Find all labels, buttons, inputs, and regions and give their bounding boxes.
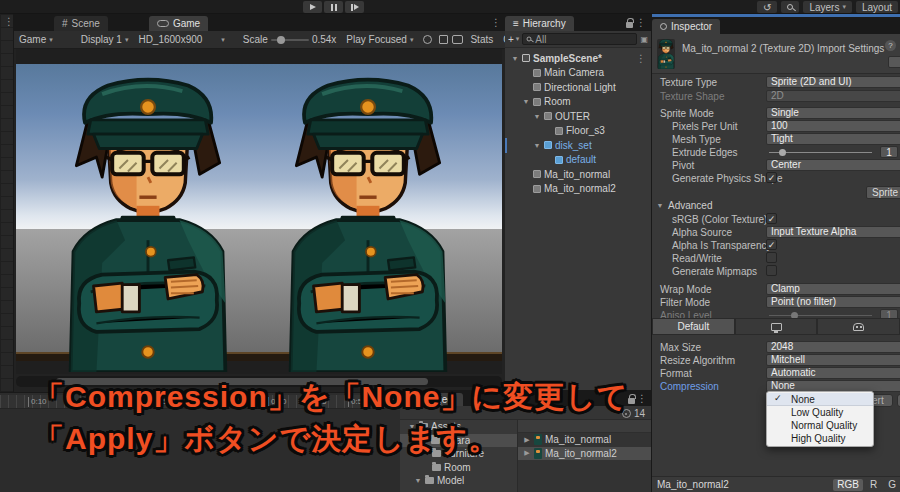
pivot-dropdown[interactable]: Center xyxy=(766,159,900,171)
panel-menu-icon[interactable]: ⋮ xyxy=(4,16,14,27)
field-label: Read/Write xyxy=(672,253,722,264)
lock-icon[interactable] xyxy=(626,22,633,28)
hierarchy-search-input[interactable]: All xyxy=(522,33,637,45)
stats-button[interactable]: Stats xyxy=(465,34,498,45)
global-search-button[interactable] xyxy=(781,1,799,13)
channel-g-button[interactable]: G xyxy=(884,479,900,491)
tab-hierarchy[interactable]: ≡Hierarchy xyxy=(505,16,574,31)
tab-game[interactable]: Game xyxy=(149,16,208,31)
hierarchy-row-light[interactable]: Directional Light xyxy=(505,80,651,95)
hierarchy-row-room[interactable]: ▼Room xyxy=(505,95,651,110)
help-icon[interactable]: ? xyxy=(885,40,896,51)
android-icon xyxy=(853,323,864,331)
field-label: Generate Mipmaps xyxy=(672,266,757,277)
game-view-toolbar: Game▾ Display 1▾ HD_1600x900▾ Scale0.54x… xyxy=(14,31,505,49)
display-dropdown[interactable]: Display 1▾ xyxy=(76,34,134,45)
scale-slider[interactable] xyxy=(271,39,309,41)
srgb-checkbox[interactable]: ✓ xyxy=(766,213,777,224)
platform-tab-android[interactable] xyxy=(817,318,900,335)
hierarchy-row-default[interactable]: default xyxy=(505,153,651,168)
row-menu-icon[interactable]: ⋮ xyxy=(636,53,646,64)
advanced-section-header[interactable]: ▼Advanced xyxy=(656,200,712,211)
hierarchy-row-maito2[interactable]: Ma_ito_normal2 xyxy=(505,182,651,197)
channel-r-button[interactable]: R xyxy=(866,479,881,491)
add-object-button[interactable]: +▾ xyxy=(508,34,519,45)
sprite-mode-dropdown[interactable]: Single xyxy=(766,107,900,119)
field-label: Resize Algorithm xyxy=(660,355,735,366)
open-button[interactable] xyxy=(888,56,900,68)
hierarchy-row-camera[interactable]: Main Camera xyxy=(505,66,651,81)
format-dropdown[interactable]: Automatic xyxy=(766,367,900,379)
search-by-type-icon[interactable]: ▣ xyxy=(640,35,648,44)
folder-row-room[interactable]: Room xyxy=(400,461,517,475)
field-label: Pixels Per Unit xyxy=(672,121,738,132)
channel-rgb-button[interactable]: RGB xyxy=(833,479,863,491)
mute-audio-button[interactable] xyxy=(437,35,450,44)
play-focus-dropdown[interactable]: Play Focused▾ xyxy=(341,34,418,45)
tab-inspector[interactable]: Inspector xyxy=(652,19,720,34)
resolution-dropdown[interactable]: HD_1600x900▾ xyxy=(133,34,229,45)
import-settings-title: Ma_ito_normal 2 (Texture 2D) Import Sett… xyxy=(682,43,884,54)
play-button[interactable] xyxy=(303,1,322,13)
alpha-source-dropdown[interactable]: Input Texture Alpha xyxy=(766,226,900,238)
pixels-per-unit-input[interactable]: 100 xyxy=(766,120,900,132)
vsync-button[interactable] xyxy=(450,35,465,44)
hierarchy-row-floor[interactable]: Floor_s3 xyxy=(505,124,651,139)
extrude-edges-slider[interactable] xyxy=(769,152,872,153)
caption-line1: 「Compression」を「None」に変更して xyxy=(34,376,629,418)
option-normal-quality[interactable]: Normal Quality xyxy=(767,419,873,432)
field-label: Texture Type xyxy=(660,77,717,88)
max-size-dropdown[interactable]: 2048 xyxy=(766,341,900,353)
field-label: Extrude Edges xyxy=(672,147,738,158)
generate-physics-shape-checkbox[interactable]: ✓ xyxy=(766,172,777,183)
filter-mode-dropdown[interactable]: Point (no filter) xyxy=(766,296,900,308)
pause-icon xyxy=(335,4,337,11)
generate-mipmaps-checkbox[interactable] xyxy=(766,265,777,276)
play-icon xyxy=(310,4,316,10)
hierarchy-row-scene[interactable]: ▼SampleScene*⋮ xyxy=(505,51,651,66)
gameobject-icon xyxy=(544,112,552,120)
record-button[interactable] xyxy=(418,35,437,44)
folder-row-model[interactable]: ▼Model xyxy=(400,474,517,488)
option-low-quality[interactable]: Low Quality xyxy=(767,406,873,419)
panel-menu-icon[interactable]: ⋮ xyxy=(636,17,646,28)
view-mode-dropdown[interactable]: Game▾ xyxy=(14,34,58,45)
layers-dropdown[interactable]: Layers▾ xyxy=(803,1,852,13)
field-label: Alpha Is Transparency xyxy=(672,240,772,251)
scale-value: 0.54x xyxy=(312,34,336,45)
alpha-is-transparency-checkbox[interactable]: ✓ xyxy=(766,239,777,250)
hierarchy-row-outer[interactable]: ▼OUTER xyxy=(505,109,651,124)
sprite-editor-button[interactable]: Sprite Editor xyxy=(866,186,900,199)
chevron-down-icon: ▾ xyxy=(125,36,129,44)
platform-tab-standalone[interactable] xyxy=(735,318,818,335)
lock-icon[interactable] xyxy=(628,398,635,404)
mesh-type-dropdown[interactable]: Tight xyxy=(766,133,900,145)
texture-type-dropdown[interactable]: Sprite (2D and UI) xyxy=(766,76,900,88)
platform-tab-default[interactable]: Default xyxy=(652,318,735,335)
gameobject-icon xyxy=(555,127,563,135)
step-button[interactable] xyxy=(345,1,364,13)
option-high-quality[interactable]: High Quality xyxy=(767,432,873,445)
light-icon xyxy=(533,83,541,91)
field-label: Alpha Source xyxy=(672,227,732,238)
field-label: Pivot xyxy=(672,160,694,171)
hierarchy-row-diskset[interactable]: ▼disk_set xyxy=(505,138,651,153)
layout-dropdown[interactable]: Layout xyxy=(856,1,898,13)
prefab-icon xyxy=(555,156,563,164)
wrap-mode-dropdown[interactable]: Clamp xyxy=(766,283,900,295)
step-icon xyxy=(351,4,353,11)
tab-scene[interactable]: #Scene xyxy=(54,16,108,31)
pause-button[interactable] xyxy=(324,1,343,13)
slider-knob[interactable] xyxy=(779,149,786,156)
hierarchy-row-maito1[interactable]: Ma_ito_normal xyxy=(505,167,651,182)
game-view-panel: #Scene Game ⋮ Game▾ Display 1▾ HD_1600x9… xyxy=(14,14,505,392)
undo-history-button[interactable]: ↺ xyxy=(757,1,777,13)
option-none[interactable]: ✓None xyxy=(767,393,873,406)
extrude-edges-value[interactable]: 1 xyxy=(880,146,898,158)
read-write-checkbox[interactable] xyxy=(766,252,777,263)
field-label: Format xyxy=(660,368,692,379)
resize-algorithm-dropdown[interactable]: Mitchell xyxy=(766,354,900,366)
scale-slider-knob[interactable] xyxy=(277,36,285,44)
panel-menu-icon[interactable]: ⋮ xyxy=(637,393,647,404)
panel-menu-icon[interactable]: ⋮ xyxy=(491,17,501,28)
